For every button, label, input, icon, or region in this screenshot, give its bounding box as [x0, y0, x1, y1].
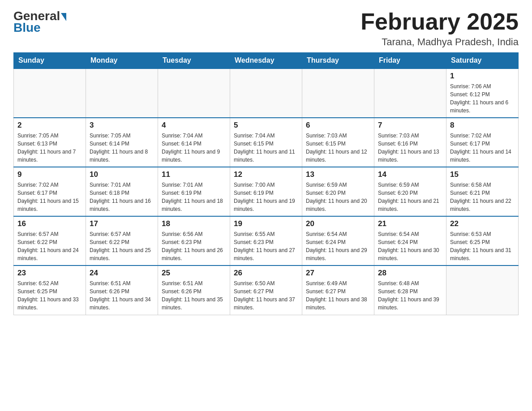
day-info: Sunrise: 6:53 AMSunset: 6:25 PMDaylight:…: [450, 230, 515, 262]
calendar-cell: 25Sunrise: 6:51 AMSunset: 6:26 PMDayligh…: [158, 265, 230, 315]
calendar-cell: 1Sunrise: 7:06 AMSunset: 6:12 PMDaylight…: [446, 68, 519, 118]
day-number: 27: [306, 269, 370, 278]
calendar-cell: [86, 68, 158, 118]
day-info: Sunrise: 7:04 AMSunset: 6:14 PMDaylight:…: [162, 132, 226, 164]
calendar-header-row: SundayMondayTuesdayWednesdayThursdayFrid…: [14, 53, 519, 69]
calendar-cell: 11Sunrise: 7:01 AMSunset: 6:19 PMDayligh…: [158, 167, 230, 216]
calendar-cell: 8Sunrise: 7:02 AMSunset: 6:17 PMDaylight…: [446, 118, 519, 167]
day-info: Sunrise: 6:51 AMSunset: 6:26 PMDaylight:…: [162, 279, 226, 312]
day-number: 28: [378, 269, 442, 278]
calendar-cell: 6Sunrise: 7:03 AMSunset: 6:15 PMDaylight…: [302, 118, 374, 167]
calendar-cell: 12Sunrise: 7:00 AMSunset: 6:19 PMDayligh…: [230, 167, 302, 216]
calendar-table: SundayMondayTuesdayWednesdayThursdayFrid…: [13, 52, 519, 315]
day-info: Sunrise: 6:52 AMSunset: 6:25 PMDaylight:…: [17, 279, 82, 312]
calendar-cell: [14, 68, 86, 118]
day-info: Sunrise: 6:49 AMSunset: 6:27 PMDaylight:…: [306, 279, 370, 312]
day-number: 1: [450, 72, 515, 81]
day-number: 16: [17, 219, 82, 228]
day-info: Sunrise: 7:02 AMSunset: 6:17 PMDaylight:…: [17, 181, 82, 213]
day-number: 2: [17, 121, 82, 130]
day-info: Sunrise: 6:58 AMSunset: 6:21 PMDaylight:…: [450, 181, 515, 213]
calendar-day-header: Saturday: [446, 53, 519, 69]
calendar-cell: 18Sunrise: 6:56 AMSunset: 6:23 PMDayligh…: [158, 216, 230, 265]
day-number: 19: [234, 219, 298, 228]
calendar-cell: 9Sunrise: 7:02 AMSunset: 6:17 PMDaylight…: [14, 167, 86, 216]
day-number: 21: [378, 219, 442, 228]
day-number: 12: [234, 170, 298, 179]
logo-arrow-icon: [61, 13, 66, 21]
calendar-cell: 13Sunrise: 6:59 AMSunset: 6:20 PMDayligh…: [302, 167, 374, 216]
day-number: 3: [90, 121, 154, 130]
calendar-week-row: 9Sunrise: 7:02 AMSunset: 6:17 PMDaylight…: [14, 167, 519, 216]
calendar-week-row: 16Sunrise: 6:57 AMSunset: 6:22 PMDayligh…: [14, 216, 519, 265]
calendar-cell: 10Sunrise: 7:01 AMSunset: 6:18 PMDayligh…: [86, 167, 158, 216]
calendar-cell: [446, 265, 519, 315]
calendar-cell: 3Sunrise: 7:05 AMSunset: 6:14 PMDaylight…: [86, 118, 158, 167]
day-number: 10: [90, 170, 154, 179]
day-number: 17: [90, 219, 154, 228]
day-info: Sunrise: 6:51 AMSunset: 6:26 PMDaylight:…: [90, 279, 154, 312]
calendar-week-row: 1Sunrise: 7:06 AMSunset: 6:12 PMDaylight…: [14, 68, 519, 118]
logo-blue-text: Blue: [13, 21, 41, 35]
day-info: Sunrise: 7:04 AMSunset: 6:15 PMDaylight:…: [234, 132, 298, 164]
day-number: 20: [306, 219, 370, 228]
calendar-cell: 20Sunrise: 6:54 AMSunset: 6:24 PMDayligh…: [302, 216, 374, 265]
calendar-cell: 4Sunrise: 7:04 AMSunset: 6:14 PMDaylight…: [158, 118, 230, 167]
calendar-cell: 7Sunrise: 7:03 AMSunset: 6:16 PMDaylight…: [374, 118, 446, 167]
title-area: February 2025 Tarana, Madhya Pradesh, In…: [360, 9, 519, 48]
calendar-cell: [158, 68, 230, 118]
calendar-title: February 2025: [360, 9, 519, 34]
calendar-week-row: 23Sunrise: 6:52 AMSunset: 6:25 PMDayligh…: [14, 265, 519, 315]
day-info: Sunrise: 7:05 AMSunset: 6:13 PMDaylight:…: [17, 132, 82, 164]
day-number: 26: [234, 269, 298, 278]
day-info: Sunrise: 7:06 AMSunset: 6:12 PMDaylight:…: [450, 82, 515, 115]
calendar-cell: [374, 68, 446, 118]
day-number: 13: [306, 170, 370, 179]
day-number: 11: [162, 170, 226, 179]
calendar-cell: 21Sunrise: 6:54 AMSunset: 6:24 PMDayligh…: [374, 216, 446, 265]
day-info: Sunrise: 6:57 AMSunset: 6:22 PMDaylight:…: [90, 230, 154, 262]
day-info: Sunrise: 6:54 AMSunset: 6:24 PMDaylight:…: [378, 230, 442, 262]
day-info: Sunrise: 7:00 AMSunset: 6:19 PMDaylight:…: [234, 181, 298, 213]
day-info: Sunrise: 6:55 AMSunset: 6:23 PMDaylight:…: [234, 230, 298, 262]
calendar-cell: [302, 68, 374, 118]
day-info: Sunrise: 6:59 AMSunset: 6:20 PMDaylight:…: [306, 181, 370, 213]
day-number: 9: [17, 170, 82, 179]
calendar-cell: 23Sunrise: 6:52 AMSunset: 6:25 PMDayligh…: [14, 265, 86, 315]
day-number: 8: [450, 121, 515, 130]
day-number: 7: [378, 121, 442, 130]
day-info: Sunrise: 7:05 AMSunset: 6:14 PMDaylight:…: [90, 132, 154, 164]
calendar-cell: 22Sunrise: 6:53 AMSunset: 6:25 PMDayligh…: [446, 216, 519, 265]
calendar-cell: 16Sunrise: 6:57 AMSunset: 6:22 PMDayligh…: [14, 216, 86, 265]
calendar-day-header: Monday: [86, 53, 158, 69]
calendar-cell: 2Sunrise: 7:05 AMSunset: 6:13 PMDaylight…: [14, 118, 86, 167]
calendar-cell: 19Sunrise: 6:55 AMSunset: 6:23 PMDayligh…: [230, 216, 302, 265]
logo: General Blue: [13, 9, 66, 35]
calendar-cell: 17Sunrise: 6:57 AMSunset: 6:22 PMDayligh…: [86, 216, 158, 265]
calendar-cell: 28Sunrise: 6:48 AMSunset: 6:28 PMDayligh…: [374, 265, 446, 315]
calendar-day-header: Sunday: [14, 53, 86, 69]
day-number: 23: [17, 269, 82, 278]
calendar-day-header: Wednesday: [230, 53, 302, 69]
day-info: Sunrise: 6:59 AMSunset: 6:20 PMDaylight:…: [378, 181, 442, 213]
day-info: Sunrise: 6:57 AMSunset: 6:22 PMDaylight:…: [17, 230, 82, 262]
day-info: Sunrise: 7:03 AMSunset: 6:15 PMDaylight:…: [306, 132, 370, 164]
calendar-cell: 26Sunrise: 6:50 AMSunset: 6:27 PMDayligh…: [230, 265, 302, 315]
day-number: 5: [234, 121, 298, 130]
day-number: 22: [450, 219, 515, 228]
calendar-cell: [230, 68, 302, 118]
calendar-day-header: Thursday: [302, 53, 374, 69]
calendar-cell: 15Sunrise: 6:58 AMSunset: 6:21 PMDayligh…: [446, 167, 519, 216]
calendar-cell: 5Sunrise: 7:04 AMSunset: 6:15 PMDaylight…: [230, 118, 302, 167]
day-number: 14: [378, 170, 442, 179]
day-number: 15: [450, 170, 515, 179]
calendar-day-header: Tuesday: [158, 53, 230, 69]
day-info: Sunrise: 6:48 AMSunset: 6:28 PMDaylight:…: [378, 279, 442, 312]
location-subtitle: Tarana, Madhya Pradesh, India: [360, 36, 519, 48]
day-number: 18: [162, 219, 226, 228]
day-info: Sunrise: 7:01 AMSunset: 6:19 PMDaylight:…: [162, 181, 226, 213]
calendar-cell: 27Sunrise: 6:49 AMSunset: 6:27 PMDayligh…: [302, 265, 374, 315]
day-info: Sunrise: 6:50 AMSunset: 6:27 PMDaylight:…: [234, 279, 298, 312]
day-number: 24: [90, 269, 154, 278]
day-info: Sunrise: 7:02 AMSunset: 6:17 PMDaylight:…: [450, 132, 515, 164]
